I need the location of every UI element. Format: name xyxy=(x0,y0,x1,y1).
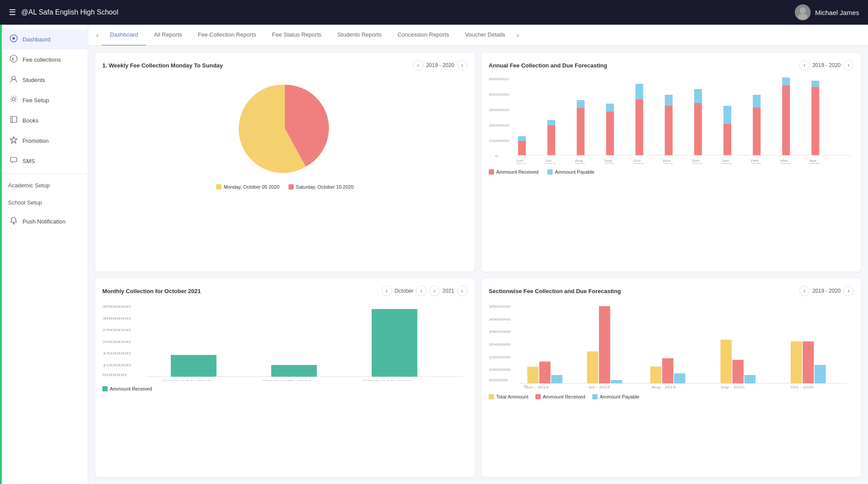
sidebar-item-students[interactable]: Students xyxy=(0,70,88,90)
svg-point-7 xyxy=(12,98,15,101)
svg-marker-10 xyxy=(10,137,17,143)
legend-item-monthly-received: Ammount Received xyxy=(102,386,152,391)
svg-text:Dec: Dec xyxy=(692,159,700,163)
legend-dot-total xyxy=(489,394,494,399)
legend-dot-payable xyxy=(547,169,553,175)
legend-item-total: Total Ammount xyxy=(489,394,528,399)
topbar-left: ☰ @AL Safa English High School xyxy=(9,7,118,17)
monthly-year-next[interactable]: › xyxy=(457,286,468,296)
tab-bar: ‹ Dashboard All Reports Fee Collection R… xyxy=(88,25,868,46)
legend-label-saturday: Saturday, October 10 2020 xyxy=(296,184,354,190)
svg-text:Oct: Oct xyxy=(633,159,641,163)
legend-dot-monthly-received xyxy=(102,386,108,391)
school-setup-label: School Setup xyxy=(8,199,42,206)
svg-text:2019: 2019 xyxy=(575,163,585,164)
sectionwise-chart-year: 2019 - 2020 xyxy=(812,288,841,294)
svg-text:2019: 2019 xyxy=(516,163,526,164)
monthly-month-prev[interactable]: ‹ xyxy=(382,286,392,296)
dashboard-grid: 1. Weekly Fee Collection Monday To Sunda… xyxy=(88,46,868,484)
svg-text:2019: 2019 xyxy=(633,163,644,164)
svg-text:Jun: Jun xyxy=(516,159,524,163)
menu-icon[interactable]: ☰ xyxy=(9,7,16,17)
svg-rect-96 xyxy=(720,340,731,383)
sidebar-item-dashboard[interactable]: Dashbaord xyxy=(0,29,88,49)
legend-label-received: Ammount Received xyxy=(496,169,539,175)
sidebar-item-fee-setup[interactable]: Fee Setup xyxy=(0,90,88,110)
tab-all-reports[interactable]: All Reports xyxy=(146,25,190,46)
sectionwise-prev-btn[interactable]: ‹ xyxy=(799,286,810,296)
legend-dot-sec-payable xyxy=(592,394,598,399)
svg-rect-31 xyxy=(665,95,673,106)
books-icon xyxy=(9,115,18,125)
svg-text:2020: 2020 xyxy=(751,163,761,164)
legend-label-sec-payable: Ammount Payable xyxy=(600,394,640,399)
svg-text:Feb: Feb xyxy=(751,159,759,163)
academic-setup-label: Academic Setup xyxy=(8,182,50,189)
svg-rect-73 xyxy=(271,365,317,377)
legend-dot-sec-received xyxy=(535,394,541,399)
svg-rect-100 xyxy=(803,341,814,383)
svg-text:2019: 2019 xyxy=(604,163,614,164)
sms-icon xyxy=(9,156,18,166)
annual-chart-header: Annual Fee Collection and Due Forecastin… xyxy=(489,60,854,71)
sidebar-item-promotion[interactable]: Promotion xyxy=(0,130,88,151)
svg-rect-88 xyxy=(539,361,550,383)
monthly-month-next[interactable]: › xyxy=(416,286,427,296)
svg-text:0: 0 xyxy=(495,154,498,158)
svg-text:1000000: 1000000 xyxy=(489,139,509,143)
svg-text:$: $ xyxy=(12,57,14,61)
svg-rect-101 xyxy=(815,365,826,383)
sidebar-item-fee-collections[interactable]: $ Fee collections xyxy=(0,49,88,70)
annual-bar-svg: 5000000 4000000 3000000 2000000 1000000 … xyxy=(489,76,854,164)
annual-chart-year: 2019 - 2020 xyxy=(812,62,841,68)
sectionwise-next-btn[interactable]: › xyxy=(843,286,854,296)
pie-next-btn[interactable]: › xyxy=(457,60,468,71)
legend-dot-received xyxy=(489,169,494,175)
pie-prev-btn[interactable]: ‹ xyxy=(413,60,423,71)
svg-rect-32 xyxy=(694,103,702,155)
content-area: ‹ Dashboard All Reports Fee Collection R… xyxy=(88,25,868,484)
legend-dot-monday xyxy=(216,184,221,190)
tab-concession-reports[interactable]: Concession Reports xyxy=(389,25,457,46)
svg-text:Mar: Mar xyxy=(780,159,788,163)
svg-rect-93 xyxy=(650,367,661,383)
svg-text:2019: 2019 xyxy=(546,163,556,164)
legend-label-total: Total Ammount xyxy=(496,394,528,399)
tab-fee-status-reports[interactable]: Fee Status Reports xyxy=(264,25,329,46)
sidebar-item-school-setup[interactable]: School Setup xyxy=(0,194,88,211)
sidebar-item-push-notification[interactable]: Push Notification xyxy=(0,211,88,231)
svg-rect-34 xyxy=(723,124,731,155)
tab-prev-btn[interactable]: ‹ xyxy=(93,31,102,39)
tab-dashboard[interactable]: Dashboard xyxy=(102,25,146,46)
tab-fee-collection-reports[interactable]: Fee Collection Reports xyxy=(190,25,264,46)
annual-prev-btn[interactable]: ‹ xyxy=(799,60,810,71)
svg-rect-27 xyxy=(606,104,614,112)
pie-chart-nav: ‹ 2019 - 2020 › xyxy=(413,60,468,71)
tab-voucher-details[interactable]: Voucher Details xyxy=(457,25,513,46)
svg-rect-25 xyxy=(577,100,585,108)
svg-text:Nov: Nov xyxy=(663,159,671,163)
fee-collections-icon: $ xyxy=(9,55,18,64)
svg-text:1000000: 1000000 xyxy=(102,363,131,367)
svg-rect-35 xyxy=(723,106,731,124)
sidebar-item-sms-label: SMS xyxy=(22,158,35,164)
monthly-year-prev[interactable]: ‹ xyxy=(429,286,440,296)
svg-rect-40 xyxy=(812,87,819,155)
svg-rect-29 xyxy=(636,84,644,100)
annual-bar-area: 5000000 4000000 3000000 2000000 1000000 … xyxy=(489,76,854,164)
sidebar-item-books[interactable]: Books xyxy=(0,110,88,130)
legend-label-monthly-received: Ammount Received xyxy=(110,386,152,391)
svg-rect-94 xyxy=(662,358,673,383)
fee-setup-icon xyxy=(9,95,18,105)
pie-chart-card: 1. Weekly Fee Collection Monday To Sunda… xyxy=(95,53,475,272)
sidebar-item-academic-setup[interactable]: Academic Setup xyxy=(0,177,88,194)
tab-students-reports[interactable]: Students Reports xyxy=(329,25,389,46)
tab-next-btn[interactable]: › xyxy=(513,31,522,39)
sectionwise-bar-svg: 3500000 3000000 2500000 2000000 1500000 … xyxy=(489,302,854,390)
annual-next-btn[interactable]: › xyxy=(843,60,854,71)
pie-chart-header: 1. Weekly Fee Collection Monday To Sunda… xyxy=(102,60,468,71)
svg-text:2000000: 2000000 xyxy=(102,340,131,344)
svg-text:2019: 2019 xyxy=(692,163,702,164)
sidebar-item-sms[interactable]: SMS xyxy=(0,151,88,171)
legend-dot-saturday xyxy=(288,184,294,190)
